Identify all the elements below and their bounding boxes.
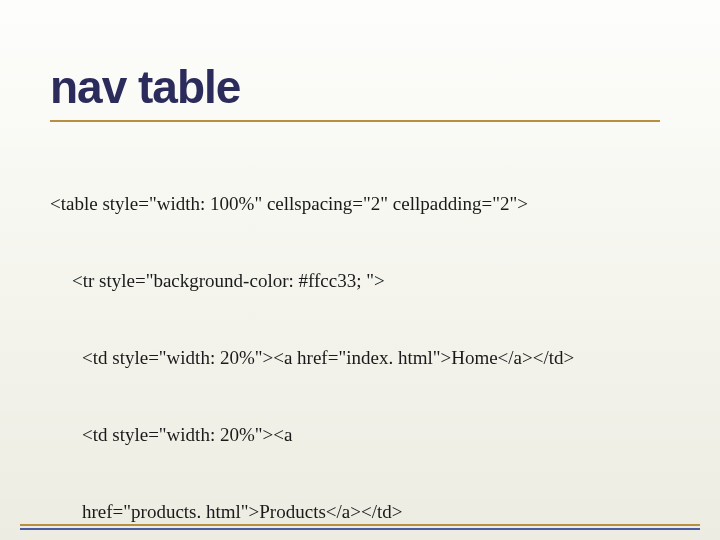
code-line: href="products. html">Products</a></td> [50,499,660,525]
code-block: <table style="width: 100%" cellspacing="… [50,140,660,540]
code-line: <td style="width: 20%"><a [50,422,660,448]
slide: nav table <table style="width: 100%" cel… [0,0,720,540]
footer-decoration [20,524,700,526]
code-line: <td style="width: 20%"><a href="index. h… [50,345,660,371]
title-underline [50,120,660,122]
code-line: <table style="width: 100%" cellspacing="… [50,191,660,217]
slide-title: nav table [50,60,670,114]
code-line: <tr style="background-color: #ffcc33; "> [50,268,660,294]
